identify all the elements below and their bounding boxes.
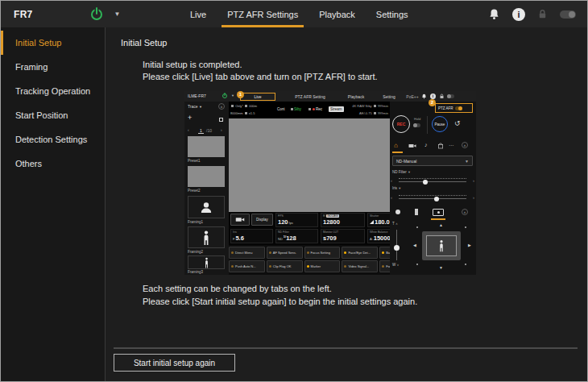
iris-cell: Iris F5.6: [230, 229, 273, 243]
slider-thumb: [423, 180, 428, 185]
status-dot: [307, 251, 309, 254]
callout-badge-1: 1: [237, 91, 244, 98]
mini-tab-ptz-afr-setting: PTZ AFR Setting: [284, 91, 336, 102]
mini-chevron-down-icon: ▼: [231, 93, 234, 98]
mini-tab-setting: Setting: [375, 91, 404, 102]
main-tabs: Live PTZ AFR Settings Playback Settings: [180, 1, 419, 27]
camera-icon: [235, 217, 245, 222]
slider-right-icon: ›: [473, 195, 474, 200]
slider-thumb: [434, 197, 439, 201]
person-target-icon: [438, 239, 445, 252]
lock-toggle[interactable]: [560, 10, 576, 19]
mini-stop-icon: [219, 118, 223, 122]
mini-framing1-thumbnail: [188, 196, 225, 218]
mini-hold-toggle: [413, 123, 420, 127]
info-icon[interactable]: i: [512, 8, 525, 21]
framing-mode-icon: [433, 209, 444, 216]
base-iso-badge: ISO12800: [326, 214, 339, 218]
media-status-line1: Only* 000m: [230, 104, 257, 108]
divider: [114, 347, 578, 349]
mini-pager-total: /10: [206, 128, 212, 133]
callout-badge-2: 2: [429, 99, 436, 106]
focus-mode-icon: [395, 210, 400, 214]
mini-status-bar: Only* 000m 8000mm x1.5 Cont Stby Rec Str…: [229, 102, 390, 118]
ei-cell: EI ISO12800 12800: [321, 213, 365, 227]
audio-note-icon: ♪: [424, 142, 428, 147]
slider-ticks: [399, 178, 466, 179]
pad-left-icon: ◀: [413, 243, 416, 247]
sidebar-item-initial-setup[interactable]: Initial Setup: [1, 31, 105, 55]
mini-lock-toggle: [447, 94, 454, 98]
zoom-slider-thumb: [394, 245, 400, 251]
mini-lock-icon: [439, 93, 445, 99]
outro-text: Each setting can be changed by tabs on t…: [143, 282, 417, 308]
mini-wide-label: W ∨: [392, 263, 399, 267]
sidebar-item-others[interactable]: Others: [1, 152, 105, 176]
bell-icon[interactable]: [488, 8, 500, 20]
fn-marker: Marker: [304, 260, 341, 272]
person-full-icon: [204, 257, 209, 268]
app-window: FR7 ▼ Live PTZ AFR Settings Playback Set…: [0, 0, 588, 382]
more-icon: ⋯: [449, 142, 453, 147]
chevron-down-icon[interactable]: ▼: [114, 10, 121, 18]
status-dot: [382, 265, 384, 268]
pad-dot: [416, 264, 418, 265]
tab-live[interactable]: Live: [180, 1, 217, 27]
mini-function-buttons: Direct Menu AF Speed Sens. Focus Setting…: [229, 247, 416, 273]
slider-left-icon: ‹: [391, 178, 392, 183]
status-dot: [231, 251, 234, 254]
fps-cell: FPS 120fps: [275, 213, 318, 227]
nd-filter-cell: ND Filter ND1/128: [275, 229, 318, 243]
sidebar-item-tracking-operation[interactable]: Tracking Operation: [1, 79, 105, 103]
power-icon[interactable]: [91, 9, 102, 20]
iris-mode-icon: [415, 209, 418, 215]
tab-settings[interactable]: Settings: [366, 1, 419, 27]
reset-icon: ↺: [454, 119, 461, 127]
mini-framing2-label: Framing2: [188, 250, 203, 254]
start-initial-setup-again-button[interactable]: Start initial setup again: [114, 354, 235, 372]
mini-pager-current: 1: [198, 128, 204, 134]
home-icon: ⌂: [394, 142, 398, 149]
mini-device-title: ILME-FR7: [188, 93, 206, 98]
home-tab-underline: [392, 152, 403, 153]
divider: [427, 116, 428, 134]
tab-playback[interactable]: Playback: [308, 1, 366, 27]
status-dot: [307, 265, 309, 268]
mini-tab-live-highlighted: Live: [240, 93, 275, 101]
mini-tab-playback: Playback: [339, 91, 373, 102]
pad-dot: [465, 226, 466, 228]
format-status: 4K RAW Stby 999min: [352, 104, 388, 108]
sidebar-item-detection-settings[interactable]: Detection Settings: [1, 127, 105, 152]
slot-b-icon: [308, 108, 311, 110]
mini-poe-label: PoE++: [405, 91, 420, 102]
fn-face-eye-detect: Face/Eye Det...: [342, 247, 378, 259]
pad-down-icon: ▼: [439, 265, 443, 270]
mini-preset2-label: Preset2: [188, 189, 201, 193]
mini-preset-panel: Trace ▼ ∧ + ‹ 1 /10 › Preset1 Preset2 Fr…: [184, 102, 229, 275]
sidebar-item-framing[interactable]: Framing: [1, 55, 105, 79]
mini-framing2-thumbnail: [188, 226, 225, 248]
battery-icon: [245, 105, 247, 107]
sidebar-item-start-position[interactable]: Start Position: [1, 103, 105, 127]
rec-dot-icon: [313, 108, 315, 110]
status-dot: [344, 265, 346, 268]
mini-camera-params: Display FPS 120fps EI ISO12800 12800 Shu…: [229, 212, 416, 245]
mini-nd-slider: ‹ ›: [391, 177, 474, 185]
fn-push-auto-nd: Push Auto N...: [229, 260, 265, 272]
mini-ptz-afr-toggle-highlighted: PTZ AFR: [435, 103, 473, 113]
tab-ptz-afr-settings[interactable]: PTZ AFR Settings: [217, 1, 308, 27]
slot-a-status: Stby: [290, 107, 301, 111]
card-icon: [231, 105, 234, 107]
top-bar: FR7 ▼ Live PTZ AFR Settings Playback Set…: [1, 1, 587, 27]
pad-center: [422, 231, 461, 260]
fn-clip-flag-ok: Clip Flag OK: [267, 260, 303, 272]
media-icon: [374, 112, 376, 114]
lens-status-line: 8000mm x1.5: [230, 111, 255, 115]
status-dot: [231, 265, 234, 268]
mini-display-button: Display: [251, 214, 273, 226]
mini-framing3-label: Framing3: [188, 270, 203, 274]
pad-dot: [465, 264, 466, 265]
mini-add-icon: +: [188, 114, 192, 122]
slot-a-icon: [291, 108, 293, 110]
mini-tele-label: T ∧: [392, 222, 398, 226]
